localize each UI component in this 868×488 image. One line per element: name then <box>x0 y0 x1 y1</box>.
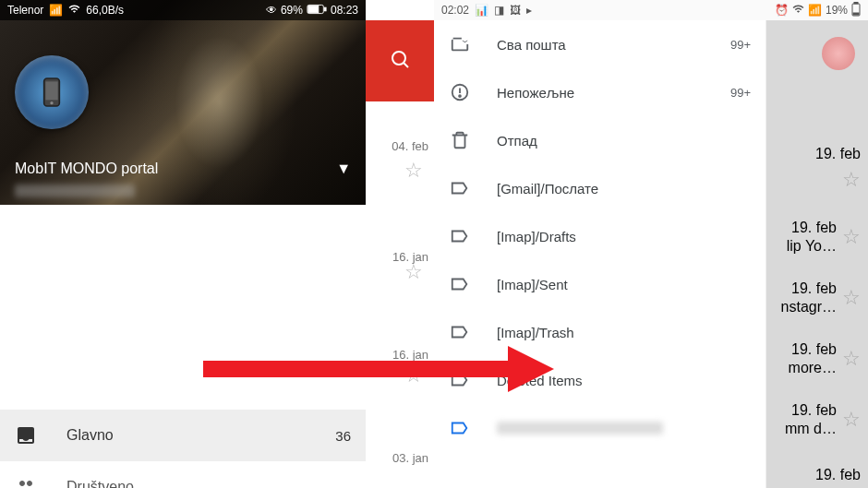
drawer-item-count: 99+ <box>730 38 751 52</box>
battery-percent: 69% <box>281 4 303 17</box>
star-icon[interactable]: ☆ <box>404 260 423 284</box>
account-dropdown-icon[interactable]: ▼ <box>336 161 351 177</box>
drawer-item-social[interactable]: Društveno <box>0 461 366 488</box>
star-icon[interactable]: ☆ <box>842 347 861 371</box>
account-avatar[interactable] <box>15 55 89 129</box>
email-date: 04. feb <box>392 139 428 153</box>
drawer-item-spam[interactable]: Непожељне 99+ <box>434 68 766 116</box>
alarm-icon: ⏰ <box>775 4 789 17</box>
drawer-item-label-current[interactable] <box>434 404 766 452</box>
search-icon[interactable] <box>389 48 411 74</box>
label-icon <box>449 177 471 199</box>
svg-rect-6 <box>45 81 57 100</box>
carrier-label: Telenor <box>7 4 43 17</box>
email-date: 16. jan <box>392 348 428 362</box>
spam-icon <box>449 81 471 103</box>
clock-time: 02:02 <box>441 4 469 17</box>
right-phone-screenshot: 02:02 📊 ◨ 🖼 ▸ ⏰ 📶 19% <box>434 0 868 488</box>
label-icon <box>449 273 471 295</box>
profile-avatar[interactable] <box>822 37 855 70</box>
drawer-header: Telenor 📶 66,0B/s 👁 69% 08:23 <box>0 0 366 205</box>
drawer-item-label: Отпад <box>497 133 751 149</box>
navigation-drawer-left: Telenor 📶 66,0B/s 👁 69% 08:23 <box>0 0 366 488</box>
email-subject: lip Yo… <box>787 238 837 255</box>
battery-icon <box>307 4 327 18</box>
email-date: 19. feb <box>791 402 837 419</box>
svg-point-7 <box>50 101 53 104</box>
drawer-item-label: Непожељне <box>497 85 705 101</box>
drawer-item-trash[interactable]: Отпад <box>434 116 766 164</box>
drawer-item-primary[interactable]: Glavno 36 <box>0 410 366 461</box>
drawer-item-label: Glavno <box>66 427 306 444</box>
email-date: 19. feb <box>815 146 861 162</box>
drawer-item-label: [Imap]/Drafts <box>497 229 751 244</box>
status-bar: Telenor 📶 66,0B/s 👁 69% 08:23 <box>0 0 366 20</box>
drawer-item-label[interactable]: [Imap]/Drafts <box>434 212 766 260</box>
drawer-item-label[interactable]: [Imap]/Trash <box>434 308 766 356</box>
email-date: 19. feb <box>791 341 837 358</box>
email-subject: nstagr… <box>781 299 837 315</box>
email-subject: mm d… <box>785 421 837 437</box>
email-date: 19. feb <box>791 280 837 297</box>
svg-point-0 <box>392 52 405 65</box>
star-icon[interactable]: ☆ <box>842 225 861 249</box>
drawer-item-label-blurred <box>497 422 663 434</box>
star-icon[interactable]: ☆ <box>404 363 423 387</box>
allmail-icon <box>449 33 471 55</box>
svg-rect-3 <box>308 6 319 12</box>
clock-time: 08:23 <box>331 4 358 17</box>
drawer-item-allmail[interactable]: Сва пошта 99+ <box>434 20 766 68</box>
star-icon[interactable]: ☆ <box>842 168 861 192</box>
drawer-item-label: [Imap]/Trash <box>497 325 751 340</box>
email-subject: more… <box>789 360 837 376</box>
drawer-item-label: Društveno <box>66 479 351 488</box>
navigation-drawer-right: Сва пошта 99+ Непожељне 99+ Отпад <box>434 20 766 488</box>
drawer-item-label[interactable]: Deleted Items <box>434 356 766 404</box>
signal-icon: 📶 <box>808 4 822 17</box>
account-name: MobIT MONDO portal <box>15 161 158 177</box>
wifi-icon <box>792 3 804 18</box>
drawer-item-label[interactable]: [Gmail]/Послате <box>434 164 766 212</box>
star-icon[interactable]: ☆ <box>842 286 861 310</box>
location-icon: ◨ <box>494 4 504 17</box>
email-date: 03. jan <box>392 451 428 465</box>
signal-icon: 📶 <box>49 4 63 17</box>
svg-rect-4 <box>324 7 326 11</box>
left-inbox-background: 04. feb ☆ 16. jan ☆ 16. jan ☆ 03. jan <box>366 0 434 488</box>
drawer-item-count: 99+ <box>730 86 751 100</box>
svg-rect-10 <box>853 13 859 15</box>
battery-percent: 19% <box>826 4 848 17</box>
inbox-icon <box>15 424 37 446</box>
star-icon[interactable]: ☆ <box>404 159 423 183</box>
signal-icon: 📊 <box>475 4 488 17</box>
drawer-item-label: Deleted Items <box>497 373 751 388</box>
flag-icon: ▸ <box>526 4 532 17</box>
drawer-item-label: [Imap]/Sent <box>497 277 751 292</box>
people-icon <box>15 476 37 488</box>
email-date: 19. feb <box>815 467 861 483</box>
label-icon <box>449 417 471 439</box>
email-row[interactable]: 03. jan <box>392 424 428 488</box>
drawer-item-label: [Gmail]/Послате <box>497 181 751 196</box>
network-speed: 66,0B/s <box>86 4 124 17</box>
status-bar: 02:02 📊 ◨ 🖼 ▸ ⏰ 📶 19% <box>434 0 868 20</box>
eye-icon: 👁 <box>266 4 277 17</box>
svg-line-1 <box>404 64 409 68</box>
left-phone-screenshot: 04. feb ☆ 16. jan ☆ 16. jan ☆ 03. jan Te… <box>0 0 434 488</box>
email-date: 19. feb <box>791 220 837 236</box>
wifi-icon <box>68 3 80 18</box>
gallery-icon: 🖼 <box>510 4 521 17</box>
trash-icon <box>449 129 471 151</box>
drawer-item-label: Сва пошта <box>497 37 705 53</box>
drawer-item-count: 36 <box>335 428 351 444</box>
svg-point-13 <box>459 95 461 97</box>
label-icon <box>449 225 471 247</box>
battery-icon <box>851 2 861 19</box>
svg-rect-9 <box>854 2 858 4</box>
account-email-blurred <box>15 184 135 197</box>
star-icon[interactable]: ☆ <box>842 408 861 432</box>
gmail-toolbar <box>366 20 434 101</box>
label-icon <box>449 369 471 391</box>
right-inbox-background: 19. feb ☆ 19. feb lip Yo… ☆ 19. feb nsta… <box>766 20 868 488</box>
drawer-item-label[interactable]: [Imap]/Sent <box>434 260 766 308</box>
